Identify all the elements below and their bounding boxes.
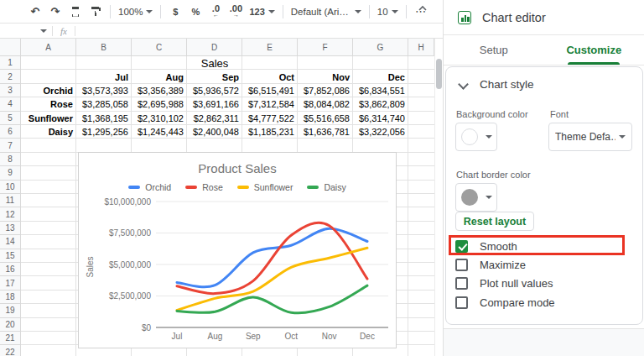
- row-header-9[interactable]: 9: [0, 166, 21, 180]
- cell-value[interactable]: $1,185,231: [242, 125, 298, 139]
- checkbox[interactable]: [455, 296, 468, 309]
- cell-product-name[interactable]: Rose: [21, 97, 76, 111]
- checkbox-checked[interactable]: [455, 240, 468, 253]
- cell-value[interactable]: $3,356,389: [132, 84, 187, 97]
- cell-value[interactable]: $1,636,781: [298, 125, 353, 139]
- column-header-D[interactable]: D: [187, 39, 242, 56]
- cell-value[interactable]: $3,285,058: [76, 97, 132, 111]
- checkbox[interactable]: [455, 277, 468, 290]
- cell-value[interactable]: $3,322,056: [353, 125, 408, 139]
- column-header-E[interactable]: E: [242, 39, 298, 56]
- increase-decimal-button[interactable]: .00→: [226, 3, 245, 21]
- toolbar-separator: [110, 5, 111, 18]
- row-header-2[interactable]: 2: [0, 70, 21, 83]
- row-header-7[interactable]: 7: [0, 139, 21, 152]
- undo-icon[interactable]: ↶: [26, 3, 44, 21]
- cell-value[interactable]: $6,834,551: [353, 84, 408, 97]
- cell-value[interactable]: $1,295,256: [76, 125, 132, 139]
- decrease-decimal-button[interactable]: .0←: [206, 3, 225, 21]
- cell-value[interactable]: $1,368,195: [76, 112, 132, 125]
- scrollbar-thumb[interactable]: [436, 59, 442, 89]
- row-header-5[interactable]: 5: [0, 112, 21, 125]
- cell-product-name[interactable]: Daisy: [21, 125, 76, 139]
- cell-value[interactable]: $2,695,988: [132, 97, 187, 111]
- row-header-10[interactable]: 10: [0, 181, 21, 194]
- cell-value[interactable]: $5,936,572: [187, 84, 242, 97]
- column-header-A[interactable]: A: [21, 39, 76, 56]
- row-header-3[interactable]: 3: [0, 84, 21, 97]
- tab-customize[interactable]: Customize: [544, 35, 644, 65]
- row-header-20[interactable]: 20: [0, 318, 21, 332]
- checkbox-row-compare-mode[interactable]: Compare mode: [455, 294, 555, 311]
- font-select[interactable]: Default (Ari…: [288, 3, 365, 21]
- row-header-6[interactable]: 6: [0, 125, 21, 139]
- currency-format-button[interactable]: $: [166, 3, 184, 21]
- column-header-C[interactable]: C: [132, 39, 187, 56]
- checkbox-row-plot-null-values[interactable]: Plot null values: [455, 275, 553, 292]
- row-header-17[interactable]: 17: [0, 276, 21, 290]
- cell-value[interactable]: $3,862,809: [353, 97, 408, 111]
- embedded-chart[interactable]: $0$2,500,000$5,000,000$7,500,000$10,000,…: [78, 152, 397, 348]
- row-header-21[interactable]: 21: [0, 332, 21, 345]
- cell-value[interactable]: $7,852,086: [298, 84, 353, 97]
- cell-product-name[interactable]: Sunflower: [21, 112, 76, 125]
- print-icon[interactable]: [66, 3, 85, 21]
- chevron-down-icon[interactable]: [460, 81, 467, 88]
- row-header-11[interactable]: 11: [0, 194, 21, 207]
- checkbox-row-maximize[interactable]: Maximize: [455, 256, 526, 273]
- redo-icon[interactable]: ↷: [46, 3, 65, 21]
- row-header-4[interactable]: 4: [0, 97, 21, 111]
- cell-value[interactable]: $1,245,443: [132, 125, 187, 139]
- row-header-19[interactable]: 19: [0, 304, 21, 317]
- column-header-G[interactable]: G: [353, 39, 408, 56]
- percent-format-button[interactable]: %: [186, 3, 205, 21]
- chart-border-color-picker[interactable]: [455, 183, 497, 212]
- row-header-14[interactable]: 14: [0, 235, 21, 249]
- checkbox-row-smooth[interactable]: Smooth: [455, 238, 517, 254]
- collapse-toolbar-icon[interactable]: [418, 3, 428, 16]
- column-header-F[interactable]: F: [298, 39, 353, 56]
- cell-month-Sep[interactable]: Sep: [187, 70, 242, 83]
- select-all-corner[interactable]: [0, 39, 21, 56]
- checkbox[interactable]: [455, 259, 468, 271]
- cell-month-Aug[interactable]: Aug: [132, 70, 187, 83]
- row-header-22[interactable]: 22: [0, 345, 21, 356]
- row-header-8[interactable]: 8: [0, 153, 21, 166]
- row-header-15[interactable]: 15: [0, 249, 21, 263]
- reset-layout-button[interactable]: Reset layout: [455, 212, 534, 231]
- zoom-select[interactable]: 100%: [115, 3, 156, 21]
- font-dropdown[interactable]: Theme Defa…: [548, 123, 632, 151]
- font-size-select[interactable]: 10: [374, 3, 402, 21]
- row-header-12[interactable]: 12: [0, 207, 21, 221]
- chart-editor-panel: Chart editor Setup Customize Chart style…: [443, 0, 644, 356]
- cell-value[interactable]: $2,310,102: [132, 112, 187, 125]
- cell-value[interactable]: $4,777,522: [242, 112, 298, 125]
- number-format-select[interactable]: 123: [246, 3, 278, 21]
- name-box[interactable]: [0, 29, 52, 33]
- column-header-H[interactable]: H: [408, 39, 434, 56]
- row-header-16[interactable]: 16: [0, 263, 21, 276]
- row-header-13[interactable]: 13: [0, 222, 21, 235]
- row-header-1[interactable]: 1: [0, 56, 21, 70]
- cell-value[interactable]: $2,400,048: [187, 125, 242, 139]
- formula-input[interactable]: [75, 24, 443, 38]
- row-header-18[interactable]: 18: [0, 291, 21, 304]
- cell-title-sales[interactable]: Sales: [76, 56, 353, 70]
- cell-month-Nov[interactable]: Nov: [298, 70, 353, 83]
- cell-value[interactable]: $6,314,740: [353, 112, 408, 125]
- cell-month-Dec[interactable]: Dec: [353, 70, 408, 83]
- paint-format-icon[interactable]: [86, 3, 105, 21]
- cell-product-name[interactable]: Orchid: [21, 84, 76, 97]
- cell-value[interactable]: $3,573,393: [76, 84, 132, 97]
- cell-value[interactable]: $8,084,082: [298, 97, 353, 111]
- cell-value[interactable]: $7,312,584: [242, 97, 298, 111]
- tab-setup[interactable]: Setup: [444, 35, 544, 65]
- cell-value[interactable]: $2,862,311: [187, 112, 242, 125]
- column-header-B[interactable]: B: [76, 39, 132, 56]
- cell-month-Jul[interactable]: Jul: [76, 70, 132, 83]
- cell-value[interactable]: $3,691,166: [187, 97, 242, 111]
- cell-month-Oct[interactable]: Oct: [242, 70, 298, 83]
- cell-value[interactable]: $6,515,491: [242, 84, 298, 97]
- background-color-picker[interactable]: [455, 123, 497, 151]
- cell-value[interactable]: $5,516,658: [298, 112, 353, 125]
